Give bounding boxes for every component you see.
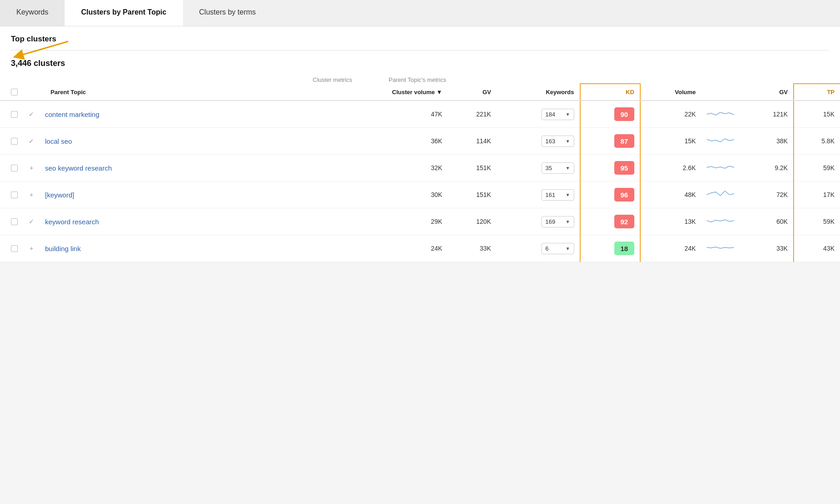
row-icon: ✓ bbox=[23, 128, 40, 155]
row-sparkline bbox=[701, 208, 744, 235]
row-sparkline bbox=[701, 155, 744, 181]
th-sparkline bbox=[701, 84, 744, 101]
row-kd: 96 bbox=[580, 181, 640, 208]
row-sparkline bbox=[701, 101, 744, 128]
row-volume: 24K bbox=[640, 235, 701, 262]
row-gv-parent: 38K bbox=[744, 128, 794, 155]
row-checkbox[interactable] bbox=[0, 128, 23, 155]
row-tp: 15K bbox=[794, 101, 840, 128]
row-gv: 33K bbox=[448, 235, 496, 262]
th-tp: TP bbox=[794, 84, 840, 101]
tab-clusters-parent[interactable]: Clusters by Parent Topic bbox=[65, 0, 182, 26]
row-topic[interactable]: seo keyword research bbox=[40, 155, 332, 181]
row-topic[interactable]: building link bbox=[40, 235, 332, 262]
row-icon: ✓ bbox=[23, 101, 40, 128]
row-tp: 17K bbox=[794, 181, 840, 208]
row-cluster-volume: 24K bbox=[332, 235, 448, 262]
row-sparkline bbox=[701, 181, 744, 208]
row-keywords[interactable]: 161 ▼ bbox=[496, 181, 580, 208]
row-volume: 15K bbox=[640, 128, 701, 155]
row-kd: 18 bbox=[580, 235, 640, 262]
row-checkbox[interactable] bbox=[0, 208, 23, 235]
th-gv-cluster: GV bbox=[448, 84, 496, 101]
row-cluster-volume: 36K bbox=[332, 128, 448, 155]
row-kd: 87 bbox=[580, 128, 640, 155]
top-clusters-section: Top clusters bbox=[0, 26, 840, 50]
row-gv-parent: 33K bbox=[744, 235, 794, 262]
th-cluster-volume[interactable]: Cluster volume ▼ bbox=[332, 84, 448, 101]
row-gv-parent: 121K bbox=[744, 101, 794, 128]
cluster-metrics-label: Cluster metrics bbox=[248, 76, 380, 83]
row-gv: 221K bbox=[448, 101, 496, 128]
svg-line-0 bbox=[18, 41, 68, 56]
row-volume: 13K bbox=[640, 208, 701, 235]
table-row: ✓ content marketing 47K 221K 184 ▼ 90 22… bbox=[0, 101, 840, 128]
row-keywords[interactable]: 35 ▼ bbox=[496, 155, 580, 181]
row-icon: + bbox=[23, 235, 40, 262]
tab-clusters-terms[interactable]: Clusters by terms bbox=[183, 0, 272, 26]
row-checkbox[interactable] bbox=[0, 155, 23, 181]
table-row: ✓ local seo 36K 114K 163 ▼ 87 15K bbox=[0, 128, 840, 155]
top-clusters-title: Top clusters bbox=[11, 35, 829, 50]
tabs-bar: Keywords Clusters by Parent Topic Cluste… bbox=[0, 0, 840, 26]
row-cluster-volume: 29K bbox=[332, 208, 448, 235]
row-volume: 2.6K bbox=[640, 155, 701, 181]
row-cluster-volume: 32K bbox=[332, 155, 448, 181]
row-checkbox[interactable] bbox=[0, 235, 23, 262]
row-volume: 22K bbox=[640, 101, 701, 128]
row-cluster-volume: 30K bbox=[332, 181, 448, 208]
row-checkbox[interactable] bbox=[0, 181, 23, 208]
main-table: Parent Topic Cluster volume ▼ GV Keyword… bbox=[0, 83, 840, 262]
row-topic[interactable]: [keyword] bbox=[40, 181, 332, 208]
col-group-labels: Cluster metrics Parent Topic's metrics bbox=[0, 73, 840, 83]
clusters-count-row: 3,446 clusters bbox=[0, 50, 840, 73]
header-checkbox[interactable] bbox=[11, 89, 18, 96]
row-kd: 95 bbox=[580, 155, 640, 181]
tab-keywords[interactable]: Keywords bbox=[0, 0, 65, 26]
row-keywords[interactable]: 163 ▼ bbox=[496, 128, 580, 155]
row-keywords[interactable]: 169 ▼ bbox=[496, 208, 580, 235]
row-checkbox[interactable] bbox=[0, 101, 23, 128]
annotation-arrow bbox=[0, 37, 82, 64]
table-container: Parent Topic Cluster volume ▼ GV Keyword… bbox=[0, 83, 840, 262]
th-keywords: Keywords bbox=[496, 84, 580, 101]
row-topic[interactable]: local seo bbox=[40, 128, 332, 155]
table-row: + building link 24K 33K 6 ▼ 18 24K bbox=[0, 235, 840, 262]
row-gv-parent: 9.2K bbox=[744, 155, 794, 181]
table-row: + [keyword] 30K 151K 161 ▼ 96 48K bbox=[0, 181, 840, 208]
row-kd: 92 bbox=[580, 208, 640, 235]
row-topic[interactable]: keyword research bbox=[40, 208, 332, 235]
row-kd: 90 bbox=[580, 101, 640, 128]
row-gv: 151K bbox=[448, 155, 496, 181]
row-keywords[interactable]: 6 ▼ bbox=[496, 235, 580, 262]
row-sparkline bbox=[701, 235, 744, 262]
row-tp: 59K bbox=[794, 155, 840, 181]
row-volume: 48K bbox=[640, 181, 701, 208]
row-icon: + bbox=[23, 181, 40, 208]
row-icon: ✓ bbox=[23, 208, 40, 235]
row-tp: 59K bbox=[794, 208, 840, 235]
row-gv-parent: 72K bbox=[744, 181, 794, 208]
row-icon: + bbox=[23, 155, 40, 181]
row-tp: 43K bbox=[794, 235, 840, 262]
row-tp: 5.8K bbox=[794, 128, 840, 155]
row-gv: 151K bbox=[448, 181, 496, 208]
row-topic[interactable]: content marketing bbox=[40, 101, 332, 128]
row-keywords[interactable]: 184 ▼ bbox=[496, 101, 580, 128]
table-row: + seo keyword research 32K 151K 35 ▼ 95 … bbox=[0, 155, 840, 181]
th-parent-topic: Parent Topic bbox=[40, 84, 332, 101]
row-sparkline bbox=[701, 128, 744, 155]
parent-metrics-label: Parent Topic's metrics bbox=[380, 76, 829, 83]
row-gv: 114K bbox=[448, 128, 496, 155]
th-volume: Volume bbox=[640, 84, 701, 101]
th-gv-parent: GV bbox=[744, 84, 794, 101]
th-kd: KD bbox=[580, 84, 640, 101]
row-cluster-volume: 47K bbox=[332, 101, 448, 128]
table-row: ✓ keyword research 29K 120K 169 ▼ 92 13K bbox=[0, 208, 840, 235]
row-gv-parent: 60K bbox=[744, 208, 794, 235]
row-gv: 120K bbox=[448, 208, 496, 235]
